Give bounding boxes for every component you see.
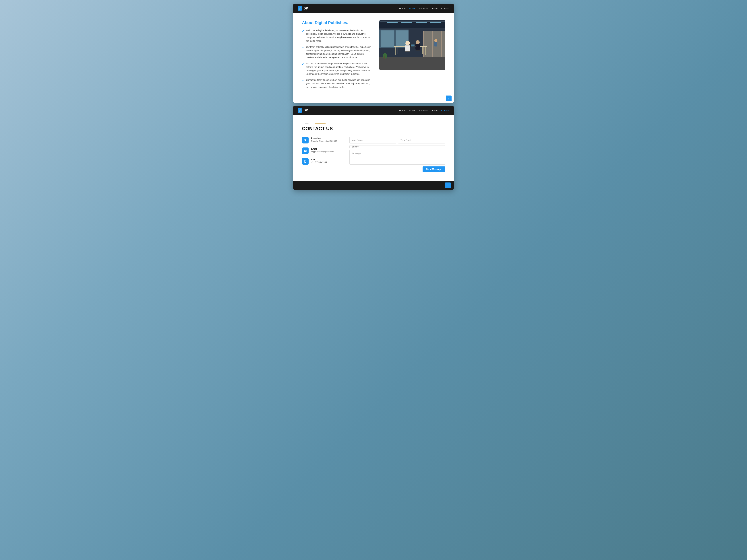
contact-info: Location: Naroda, Ahmedabad-382330 Email…: [302, 137, 342, 172]
email-title: Email:: [311, 148, 334, 150]
location-icon: [302, 137, 309, 143]
check-icon-1: ✔: [302, 29, 304, 43]
about-office-image: [379, 20, 445, 70]
email-item: Email: digipublishes@gmail.com: [302, 148, 342, 154]
phone-icon: [302, 158, 309, 165]
contact-title: CONTACT US: [302, 126, 445, 131]
about-list-item-2: ✔ Our team of highly skilled professiona…: [302, 45, 372, 59]
navbar-2: 🔗 DP Home About Services Team Contact: [293, 106, 454, 115]
footer-bar: ↑: [293, 181, 454, 190]
svg-rect-9: [423, 31, 424, 57]
svg-rect-24: [415, 44, 420, 50]
about-content: About Digital Publishes. ✔ Welcome to Di…: [302, 20, 372, 89]
svg-rect-5: [430, 22, 441, 23]
form-row-name-email: [350, 137, 445, 143]
phone-item: Call: +91 91735 49944: [302, 158, 342, 165]
email-text: Email: digipublishes@gmail.com: [311, 148, 334, 153]
svg-rect-25: [405, 51, 410, 52]
message-input[interactable]: [350, 150, 445, 165]
svg-rect-10: [432, 31, 433, 57]
nav-contact-2[interactable]: Contact: [441, 109, 449, 112]
nav-menu-2: Home About Services Team Contact: [399, 109, 449, 112]
about-list-item-4: ✔ Contact us today to explore how our di…: [302, 78, 372, 89]
svg-rect-17: [425, 47, 426, 55]
svg-rect-7: [379, 57, 445, 70]
svg-rect-2: [387, 22, 397, 23]
svg-rect-3: [401, 22, 412, 23]
svg-rect-22: [405, 45, 410, 46]
brand-text-1: DP: [304, 6, 308, 10]
office-svg: [379, 20, 445, 70]
about-para-2: Our team of highly skilled professionals…: [306, 45, 372, 59]
browser-window-1: 🔗 DP Home About Services Team Contact Ab…: [293, 4, 454, 103]
contact-label-text: CONTACT: [302, 123, 313, 125]
scroll-top-btn-2[interactable]: ↑: [445, 183, 451, 188]
contact-section-label: CONTACT: [302, 123, 445, 125]
svg-rect-16: [395, 47, 395, 55]
brand-icon-2: 🔗: [298, 108, 302, 113]
svg-point-20: [406, 41, 410, 45]
svg-rect-19: [422, 47, 423, 54]
location-title: Location:: [311, 137, 337, 140]
svg-rect-11: [441, 31, 442, 57]
about-list-item-3: ✔ We take pride in delivering tailored s…: [302, 62, 372, 76]
contact-grid: Location: Naroda, Ahmedabad-382330 Email…: [302, 137, 445, 172]
nav-services-1[interactable]: Services: [419, 7, 428, 10]
about-section-wrapper: About Digital Publishes. ✔ Welcome to Di…: [293, 13, 454, 103]
phone-title: Call:: [311, 158, 327, 161]
name-input[interactable]: [350, 137, 396, 143]
about-title-highlight: Digital Publishes.: [315, 20, 348, 25]
svg-rect-32: [384, 56, 385, 59]
send-message-button[interactable]: Send Message: [422, 166, 445, 172]
svg-rect-13: [381, 30, 394, 47]
svg-point-23: [416, 40, 420, 44]
svg-rect-26: [415, 51, 420, 51]
brand-icon-1: 🔗: [298, 6, 302, 10]
about-section: About Digital Publishes. ✔ Welcome to Di…: [293, 13, 454, 96]
email-detail: digipublishes@gmail.com: [311, 151, 334, 153]
about-title-prefix: About: [302, 20, 315, 25]
brand-logo-1[interactable]: 🔗 DP: [298, 6, 308, 10]
brand-logo-2[interactable]: 🔗 DP: [298, 108, 308, 113]
about-title: About Digital Publishes.: [302, 20, 372, 25]
location-item: Location: Naroda, Ahmedabad-382330: [302, 137, 342, 143]
svg-rect-4: [416, 22, 427, 23]
nav-team-1[interactable]: Team: [432, 7, 438, 10]
location-text: Location: Naroda, Ahmedabad-382330: [311, 137, 337, 142]
nav-home-1[interactable]: Home: [399, 7, 406, 10]
nav-contact-1[interactable]: Contact: [441, 7, 449, 10]
svg-rect-21: [405, 45, 410, 52]
svg-rect-28: [411, 45, 415, 47]
browser-window-2: 🔗 DP Home About Services Team Contact CO…: [293, 106, 454, 190]
check-icon-4: ✔: [302, 79, 304, 89]
email-icon: [302, 148, 309, 154]
scroll-top-btn-1[interactable]: ↑: [446, 96, 452, 101]
contact-section: CONTACT CONTACT US Location: Naroda, Ahm…: [293, 115, 454, 181]
phone-text: Call: +91 91735 49944: [311, 158, 327, 163]
navbar-1: 🔗 DP Home About Services Team Contact: [293, 4, 454, 13]
nav-team-2[interactable]: Team: [432, 109, 438, 112]
about-para-1: Welcome to Digital Publishes, your one-s…: [306, 29, 372, 43]
about-list: ✔ Welcome to Digital Publishes, your one…: [302, 29, 372, 89]
email-input[interactable]: [398, 137, 445, 143]
nav-about-1[interactable]: About: [409, 7, 415, 10]
svg-rect-6: [379, 21, 445, 22]
nav-home-2[interactable]: Home: [399, 109, 406, 112]
contact-form: Send Message: [350, 137, 445, 172]
location-detail: Naroda, Ahmedabad-382330: [311, 140, 337, 142]
about-para-3: We take pride in delivering tailored str…: [306, 62, 372, 76]
about-para-4: Contact us today to explore how our digi…: [306, 78, 372, 89]
nav-services-2[interactable]: Services: [419, 109, 428, 112]
nav-about-2[interactable]: About: [409, 109, 415, 112]
svg-point-29: [434, 39, 437, 42]
phone-detail: +91 91735 49944: [311, 161, 327, 163]
check-icon-3: ✔: [302, 62, 304, 76]
nav-menu-1: Home About Services Team Contact: [399, 7, 449, 10]
svg-rect-30: [434, 42, 437, 47]
subject-input[interactable]: [350, 145, 445, 148]
svg-rect-18: [397, 47, 398, 54]
about-list-item-1: ✔ Welcome to Digital Publishes, your one…: [302, 29, 372, 43]
check-icon-2: ✔: [302, 46, 304, 59]
brand-text-2: DP: [304, 108, 308, 112]
